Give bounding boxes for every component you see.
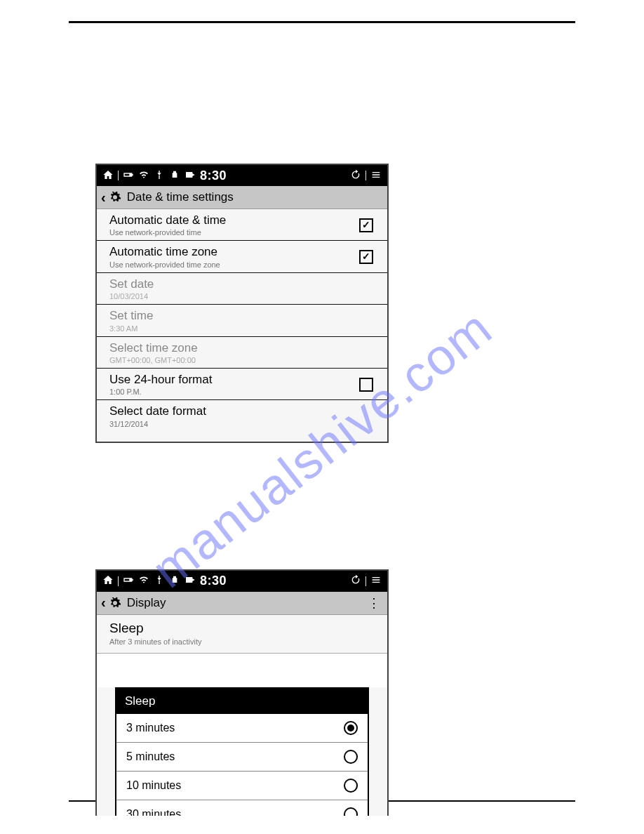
divider-icon xyxy=(118,576,119,586)
option-label: 3 minutes xyxy=(126,722,344,734)
notification-tray-icon xyxy=(185,169,196,183)
row-title: Set date xyxy=(109,277,380,291)
screenshot-display-sleep: 8:30 ‹ Display ⋮ Sleep After xyxy=(95,569,389,816)
debug-icon xyxy=(169,574,180,588)
status-clock: 8:30 xyxy=(200,574,227,588)
settings-icon xyxy=(109,191,121,204)
row-automatic-date-time[interactable]: Automatic date & time Use network-provid… xyxy=(97,209,387,241)
row-subtitle: 1:00 P.M. xyxy=(109,388,359,396)
row-subtitle: GMT+00:00, GMT+00:00 xyxy=(109,356,380,364)
home-icon xyxy=(102,574,114,588)
divider-icon xyxy=(365,171,366,180)
refresh-icon xyxy=(350,169,361,183)
menu-icon xyxy=(370,574,382,588)
debug-icon xyxy=(169,169,180,183)
dialog-title: Sleep xyxy=(116,689,368,714)
checkbox-icon[interactable] xyxy=(359,378,373,392)
row-title: Set time xyxy=(109,309,380,323)
notification-tray-icon xyxy=(185,574,196,588)
usb-icon xyxy=(154,574,165,588)
row-use-24-hour[interactable]: Use 24-hour format 1:00 P.M. xyxy=(97,369,387,400)
divider-icon xyxy=(365,576,366,586)
wifi-icon xyxy=(138,169,149,183)
battery-icon xyxy=(123,169,134,183)
app-bar-title: Display xyxy=(127,596,166,610)
row-subtitle: 3:30 AM xyxy=(109,324,380,333)
overflow-icon[interactable]: ⋮ xyxy=(365,595,383,611)
status-bar: 8:30 xyxy=(97,165,387,186)
row-title: Select time zone xyxy=(109,341,380,355)
status-bar: 8:30 xyxy=(97,571,387,592)
radio-icon[interactable] xyxy=(344,721,358,735)
checkbox-icon[interactable] xyxy=(359,250,373,264)
row-title: Automatic date & time xyxy=(109,213,359,227)
option-label: 30 minutes xyxy=(126,808,344,816)
row-subtitle: 10/03/2014 xyxy=(109,292,380,300)
option-3-minutes[interactable]: 3 minutes xyxy=(116,714,368,743)
row-subtitle: Use network-provided time xyxy=(109,228,359,237)
home-icon xyxy=(102,169,114,183)
row-select-date-format[interactable]: Select date format 31/12/2014 xyxy=(97,400,387,431)
app-bar: ‹ Date & time settings xyxy=(97,186,387,209)
row-automatic-time-zone[interactable]: Automatic time zone Use network-provided… xyxy=(97,241,387,272)
row-title: Sleep xyxy=(109,621,375,636)
row-set-date[interactable]: Set date 10/03/2014 xyxy=(97,273,387,305)
sleep-dialog: Sleep 3 minutes 5 minutes 10 minutes 30 … xyxy=(115,687,369,816)
option-30-minutes[interactable]: 30 minutes xyxy=(116,800,368,816)
app-bar-title: Date & time settings xyxy=(127,190,234,204)
wifi-icon xyxy=(138,574,149,588)
row-subtitle: After 3 minutes of inactivity xyxy=(109,637,375,646)
divider-icon xyxy=(118,171,119,180)
screenshot-date-time-settings: 8:30 ‹ Date & time settings xyxy=(95,164,389,443)
row-set-time[interactable]: Set time 3:30 AM xyxy=(97,305,387,336)
row-title: Automatic time zone xyxy=(109,245,359,259)
back-icon[interactable]: ‹ xyxy=(101,595,106,611)
top-rule xyxy=(69,21,575,23)
row-title: Select date format xyxy=(109,404,380,418)
row-subtitle: Use network-provided time zone xyxy=(109,260,359,269)
option-label: 5 minutes xyxy=(126,750,344,763)
radio-icon[interactable] xyxy=(344,779,358,793)
menu-icon xyxy=(370,169,382,183)
usb-icon xyxy=(154,169,165,183)
option-10-minutes[interactable]: 10 minutes xyxy=(116,772,368,800)
settings-icon xyxy=(109,597,121,609)
settings-list: Automatic date & time Use network-provid… xyxy=(97,209,387,432)
checkbox-icon[interactable] xyxy=(359,218,373,232)
app-bar: ‹ Display ⋮ xyxy=(97,592,387,615)
row-select-time-zone[interactable]: Select time zone GMT+00:00, GMT+00:00 xyxy=(97,337,387,369)
refresh-icon xyxy=(350,574,361,588)
radio-icon[interactable] xyxy=(344,807,358,816)
row-sleep[interactable]: Sleep After 3 minutes of inactivity xyxy=(97,615,387,654)
back-icon[interactable]: ‹ xyxy=(101,190,106,206)
status-clock: 8:30 xyxy=(200,168,227,183)
option-5-minutes[interactable]: 5 minutes xyxy=(116,743,368,772)
option-label: 10 minutes xyxy=(126,779,344,792)
battery-icon xyxy=(123,574,134,588)
row-title: Use 24-hour format xyxy=(109,373,359,387)
radio-icon[interactable] xyxy=(344,750,358,764)
row-subtitle: 31/12/2014 xyxy=(109,420,380,428)
